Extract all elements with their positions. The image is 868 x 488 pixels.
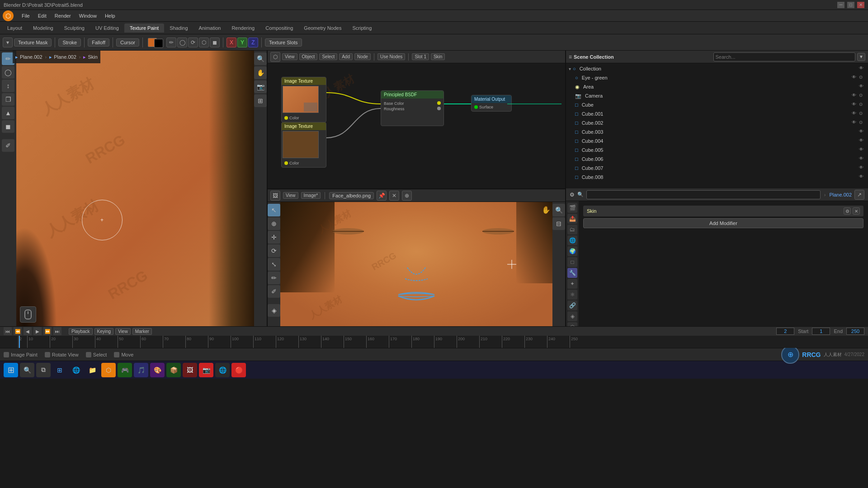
view-timeline-btn[interactable]: View (115, 328, 131, 335)
hand-tool[interactable]: ✋ (254, 66, 267, 79)
menu-edit[interactable]: Edit (34, 12, 50, 19)
x-toggle[interactable]: X (226, 38, 236, 47)
object-props-btn[interactable]: □ (567, 257, 577, 267)
cursor-btn[interactable]: Cursor (116, 38, 139, 47)
tab-shading[interactable]: Shading (164, 23, 193, 33)
constraints-props-btn[interactable]: 🔗 (567, 300, 577, 310)
use-nodes-btn[interactable]: Use Nodes (377, 53, 405, 60)
outliner-search[interactable] (713, 52, 856, 61)
view-layer-props-btn[interactable]: 🗂 (567, 225, 577, 235)
render-btn-cube[interactable]: ⊙ (859, 102, 865, 108)
outliner-item-cube007[interactable]: □ Cube.007 👁 (566, 164, 868, 173)
y-toggle[interactable]: Y (237, 38, 247, 47)
filename-display[interactable]: Face_albedo.png (329, 192, 374, 199)
slot-btn[interactable]: Slot 1 (412, 53, 429, 60)
play-btn[interactable]: ▶ (33, 327, 42, 335)
playback-btn[interactable]: Playback (69, 328, 93, 335)
vis-btn-cube[interactable]: 👁 (852, 102, 858, 108)
taskbar-blender[interactable]: ⬡ (101, 363, 116, 377)
physics-props-btn[interactable]: ⚛ (567, 290, 577, 300)
sample-img-tool[interactable]: ✐ (268, 285, 280, 298)
viewport-canvas[interactable]: 人人素材 RRCG 人人素材 RRCG (16, 51, 254, 326)
fill-tool[interactable]: ▲ (2, 107, 14, 119)
start-frame-input[interactable] (812, 328, 830, 335)
maximize-button[interactable]: □ (847, 2, 854, 8)
smear-tool[interactable]: ↕ (2, 80, 14, 92)
taskbar-app-1[interactable]: ⊞ (52, 363, 67, 377)
outliner-filter-btn[interactable]: ▼ (857, 53, 865, 61)
outliner-item-cube006[interactable]: □ Cube.006 👁 (566, 155, 868, 164)
node-image-texture-2[interactable]: Image Texture Color (281, 122, 326, 168)
tab-texture-paint[interactable]: Texture Paint (124, 23, 164, 33)
outliner-item-cube002[interactable]: □ Cube.002 👁 ⊙ (566, 118, 868, 127)
select-img-tool[interactable]: ↖ (268, 204, 280, 216)
paint-img-tool[interactable]: ◈ (268, 304, 280, 317)
current-frame-input[interactable] (776, 328, 794, 335)
outliner-item-cube[interactable]: □ Cube 👁 ⊙ (566, 100, 868, 109)
outliner-item-camera[interactable]: 📷 Camera 👁 ⊙ (566, 91, 868, 100)
node-canvas[interactable]: 人人素材 RRCG Image Texture Color (268, 63, 565, 188)
taskbar-app-8[interactable]: 🖼 (183, 363, 197, 377)
modifier-settings-btn[interactable]: ⚙ (844, 207, 851, 215)
image-canvas[interactable]: 人人素材 RRCG 人人素材 (280, 202, 552, 326)
timeline-ruler[interactable]: 2 10 20 30 40 50 60 70 80 90 100 110 120… (0, 336, 868, 348)
world-props-btn[interactable]: 🌍 (567, 246, 577, 256)
node-image-texture[interactable]: Image Texture Color (281, 77, 326, 122)
select-btn[interactable]: Select (319, 53, 337, 60)
vis-btn-cube005[interactable]: 👁 (859, 147, 865, 153)
annotate-img-tool[interactable]: ✏ (268, 272, 280, 284)
img-settings-btn[interactable]: ⊕ (402, 191, 412, 201)
mask-tool[interactable]: ◼ (2, 120, 14, 133)
scene-props-btn[interactable]: 🌐 (567, 235, 577, 245)
vis-btn-area[interactable]: 👁 (859, 84, 865, 90)
node-btn[interactable]: Node (354, 53, 371, 60)
frame-next-btn[interactable]: ⏩ (43, 327, 52, 335)
tab-uv-editing[interactable]: UV Editing (90, 23, 124, 33)
outliner-item-cube004[interactable]: □ Cube.004 👁 (566, 136, 868, 145)
vis-btn-cube007[interactable]: 👁 (859, 165, 865, 171)
vis-btn-cube006[interactable]: 👁 (859, 156, 865, 162)
node-output[interactable]: Material Output Surface (471, 95, 512, 112)
timeline-playhead[interactable] (19, 336, 20, 348)
vis-btn-cube003[interactable]: 👁 (859, 129, 865, 135)
scale-img-tool[interactable]: ⤡ (268, 258, 280, 271)
task-view-btn[interactable]: ⧉ (36, 363, 51, 377)
frame-prev-btn[interactable]: ⏪ (14, 327, 22, 335)
paint-icon-3[interactable]: ⟳ (188, 38, 198, 47)
outliner-item-cube005[interactable]: □ Cube.005 👁 (566, 145, 868, 155)
outliner-item-cube003[interactable]: □ Cube.003 👁 (566, 127, 868, 136)
rotate-img-tool[interactable]: ⟳ (268, 244, 280, 257)
stroke-btn[interactable]: Stroke (58, 38, 81, 47)
vis-btn-cube002[interactable]: 👁 (852, 120, 858, 126)
modifier-delete-btn[interactable]: ✕ (853, 207, 860, 215)
marker-btn[interactable]: Marker (132, 328, 152, 335)
vis-btn-cube004[interactable]: 👁 (859, 138, 865, 144)
menu-render[interactable]: Render (51, 12, 75, 19)
menu-file[interactable]: File (18, 12, 33, 19)
render-btn-eyegreen[interactable]: ⊙ (859, 75, 865, 81)
taskbar-edge[interactable]: 🌐 (69, 363, 83, 377)
props-expand-btn[interactable]: ↗ (854, 190, 864, 200)
menu-help[interactable]: Help (101, 12, 119, 19)
paint-icon-1[interactable]: ✏ (166, 38, 176, 47)
taskbar-app-9[interactable]: 📷 (199, 363, 213, 377)
background-color[interactable] (154, 39, 163, 48)
zoom-in-btn[interactable]: 🔍 (552, 204, 565, 216)
image-editor-icon[interactable]: 🖼 (270, 191, 280, 201)
render-btn-cube002[interactable]: ⊙ (859, 120, 865, 126)
node-editor-icon[interactable]: ⬡ (270, 52, 280, 62)
outliner-item-cube001[interactable]: □ Cube.001 👁 ⊙ (566, 109, 868, 118)
falloff-btn[interactable]: Falloff (88, 38, 109, 47)
particles-props-btn[interactable]: ✦ (567, 279, 577, 289)
paint-icon-5[interactable]: ◼ (210, 38, 220, 47)
outliner-item-area[interactable]: ◉ Area 👁 (566, 82, 868, 91)
z-toggle[interactable]: Z (248, 38, 258, 47)
taskbar-app-11[interactable]: 🔴 (231, 363, 246, 377)
taskbar-app-6[interactable]: 🎨 (150, 363, 165, 377)
add-btn[interactable]: Add (339, 53, 353, 60)
taskbar-chrome[interactable]: 🌐 (215, 363, 230, 377)
keying-btn[interactable]: Keying (94, 328, 114, 335)
frame-last-btn[interactable]: ⏭ (53, 327, 61, 335)
node-mix-rgb[interactable]: Principled BSDF Base Color Roughness (381, 90, 444, 126)
data-props-btn[interactable]: ◈ (567, 311, 577, 321)
